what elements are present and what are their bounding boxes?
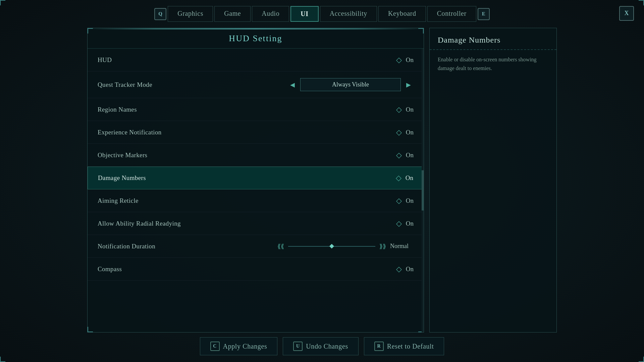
setting-value-hud: On [396, 56, 414, 64]
nav-key-q: Q [154, 8, 166, 20]
quest-tracker-control: ◀ Always Visible ▶ [287, 78, 414, 91]
close-button[interactable]: X [619, 6, 634, 21]
undo-changes-button[interactable]: U Undo Changes [283, 337, 359, 355]
info-panel-title: Damage Numbers [430, 28, 556, 50]
diamond-icon-damage-numbers [395, 175, 402, 181]
info-panel: Damage Numbers Enable or disable on-scre… [429, 28, 557, 333]
nav-tab-graphics[interactable]: Graphics [168, 6, 213, 22]
setting-row-notification-duration[interactable]: Notification Duration ⟪⟪ ⟫⟫ Normal [88, 235, 424, 258]
setting-value-region-names: On [396, 106, 414, 113]
slider-arrow-right-notification-duration[interactable]: ⟫⟫ [379, 243, 386, 250]
slider-track-notification-duration[interactable] [288, 246, 375, 247]
scrollbar-thumb[interactable] [422, 170, 424, 210]
slider-thumb-notification-duration[interactable] [329, 244, 334, 249]
scrollbar[interactable] [422, 49, 424, 332]
diamond-icon-objective-markers [396, 152, 402, 159]
diamond-icon-aiming-reticle [396, 197, 402, 204]
nav-tab-accessibility[interactable]: Accessibility [320, 6, 377, 22]
settings-rows-container: HUDOnQuest Tracker Mode ◀ Always Visible… [88, 49, 424, 281]
value-text-compass: On [406, 265, 414, 273]
value-text-ability-radial: On [406, 220, 414, 227]
nav-key-e: E [478, 8, 490, 20]
undo-label: Undo Changes [306, 343, 348, 350]
slider-value-text-notification-duration: Normal [390, 243, 414, 250]
setting-value-experience-notification: On [396, 129, 414, 136]
setting-row-compass[interactable]: CompassOn [88, 258, 424, 281]
setting-label-ability-radial: Allow Ability Radial Readying [98, 220, 181, 227]
top-nav: Q GraphicsGameAudioUIAccessibilityKeyboa… [0, 0, 644, 26]
nav-tab-audio[interactable]: Audio [252, 6, 289, 22]
nav-tab-ui[interactable]: UI [290, 6, 318, 22]
setting-label-hud: HUD [98, 56, 112, 64]
setting-value-aiming-reticle: On [396, 197, 414, 204]
setting-value-compass: On [396, 265, 414, 273]
info-panel-description: Enable or disable on-screen numbers show… [430, 50, 556, 78]
nav-tab-game[interactable]: Game [214, 6, 251, 22]
apply-changes-button[interactable]: C Apply Changes [200, 337, 278, 355]
setting-value-objective-markers: On [396, 152, 414, 159]
value-text-objective-markers: On [406, 152, 414, 159]
setting-label-compass: Compass [98, 265, 122, 273]
setting-row-region-names[interactable]: Region NamesOn [88, 98, 424, 121]
diamond-icon-hud [396, 57, 402, 63]
arrow-left-quest-tracker[interactable]: ◀ [287, 80, 298, 90]
apply-label: Apply Changes [223, 343, 267, 350]
setting-value-damage-numbers: On [395, 174, 413, 182]
arrow-right-quest-tracker[interactable]: ▶ [404, 80, 414, 90]
reset-key: R [374, 342, 384, 351]
slider-control-notification-duration: ⟪⟪ ⟫⟫ Normal [277, 243, 414, 250]
value-text-region-names: On [406, 106, 414, 113]
panel-title: HUD Setting [88, 28, 424, 49]
slider-arrow-left-notification-duration[interactable]: ⟪⟪ [277, 243, 284, 250]
settings-list: HUDOnQuest Tracker Mode ◀ Always Visible… [88, 49, 424, 332]
setting-row-aiming-reticle[interactable]: Aiming ReticleOn [88, 189, 424, 212]
undo-key: U [293, 342, 303, 351]
setting-label-objective-markers: Objective Markers [98, 152, 147, 159]
setting-row-quest-tracker[interactable]: Quest Tracker Mode ◀ Always Visible ▶ [88, 71, 424, 98]
setting-value-notification-duration: ⟪⟪ ⟫⟫ Normal [277, 243, 414, 250]
bottom-bar: C Apply Changes U Undo Changes R Reset t… [0, 333, 644, 362]
settings-panel: HUD Setting HUDOnQuest Tracker Mode ◀ Al… [87, 28, 424, 333]
diamond-icon-experience-notification [396, 129, 402, 136]
nav-tab-controller[interactable]: Controller [427, 6, 476, 22]
setting-row-ability-radial[interactable]: Allow Ability Radial ReadyingOn [88, 212, 424, 235]
value-text-hud: On [406, 56, 414, 64]
setting-label-experience-notification: Experience Notification [98, 129, 162, 136]
diamond-icon-region-names [396, 106, 402, 113]
diamond-icon-compass [396, 266, 402, 273]
reset-label: Reset to Default [387, 343, 434, 350]
setting-label-damage-numbers: Damage Numbers [98, 174, 146, 182]
setting-label-notification-duration: Notification Duration [98, 243, 155, 250]
reset-default-button[interactable]: R Reset to Default [364, 337, 444, 355]
apply-key: C [210, 342, 220, 351]
setting-row-damage-numbers[interactable]: Damage NumbersOn [88, 167, 424, 189]
setting-label-region-names: Region Names [98, 106, 137, 113]
value-box-quest-tracker: Always Visible [300, 78, 401, 91]
setting-label-quest-tracker: Quest Tracker Mode [98, 81, 152, 88]
value-text-aiming-reticle: On [406, 197, 414, 204]
main-content: HUD Setting HUDOnQuest Tracker Mode ◀ Al… [87, 28, 557, 333]
diamond-icon-ability-radial [396, 220, 402, 227]
setting-row-experience-notification[interactable]: Experience NotificationOn [88, 121, 424, 144]
setting-value-quest-tracker: ◀ Always Visible ▶ [287, 78, 414, 91]
nav-tabs-container: GraphicsGameAudioUIAccessibilityKeyboard… [168, 6, 476, 22]
setting-row-hud[interactable]: HUDOn [88, 49, 424, 71]
value-text-damage-numbers: On [406, 174, 413, 182]
setting-row-objective-markers[interactable]: Objective MarkersOn [88, 144, 424, 167]
nav-tab-keyboard[interactable]: Keyboard [378, 6, 426, 22]
value-text-experience-notification: On [406, 129, 414, 136]
setting-label-aiming-reticle: Aiming Reticle [98, 197, 139, 204]
setting-value-ability-radial: On [396, 220, 414, 227]
page-container: Q GraphicsGameAudioUIAccessibilityKeyboa… [0, 0, 644, 362]
